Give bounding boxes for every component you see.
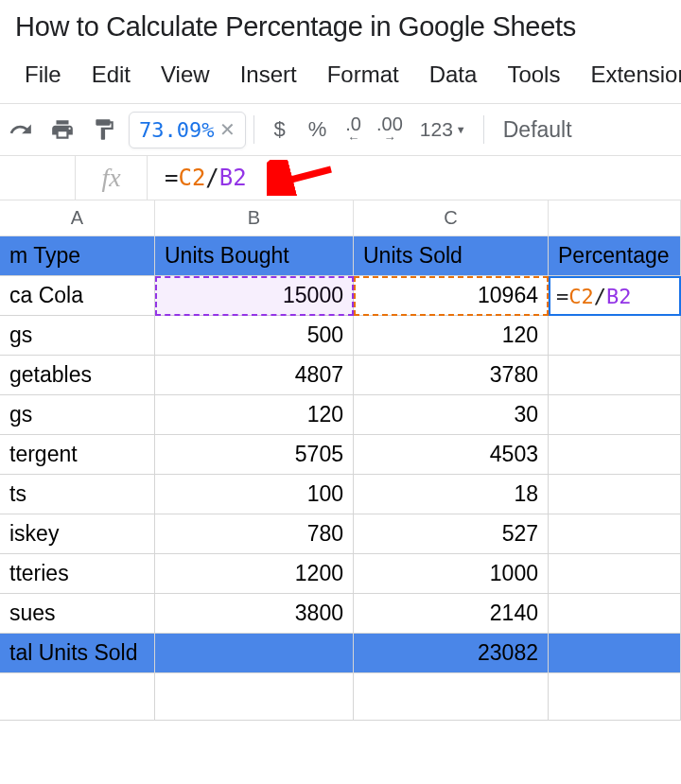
table-row: tergent 5705 4503 xyxy=(0,435,681,475)
cell[interactable]: 5705 xyxy=(155,435,354,474)
annotation-arrow-icon xyxy=(267,160,335,196)
cell[interactable]: iskey xyxy=(0,514,155,553)
toolbar-separator xyxy=(483,115,484,144)
column-header-b[interactable]: B xyxy=(155,200,354,235)
cell-header-units-bought[interactable]: Units Bought xyxy=(155,236,354,275)
table-row: gs 120 30 xyxy=(0,395,681,435)
cell[interactable]: ca Cola xyxy=(0,276,155,315)
menu-view[interactable]: View xyxy=(146,61,225,88)
menu-insert[interactable]: Insert xyxy=(225,61,312,88)
name-box[interactable] xyxy=(0,156,76,200)
cell-header-units-sold[interactable]: Units Sold xyxy=(354,236,549,275)
cell[interactable]: 2140 xyxy=(354,594,549,633)
column-headers: A B C xyxy=(0,200,681,236)
formula-equals: = xyxy=(165,165,178,191)
cell[interactable]: 780 xyxy=(155,514,354,553)
cell[interactable] xyxy=(155,634,354,672)
cell[interactable]: 18 xyxy=(354,475,549,514)
cell[interactable]: 30 xyxy=(354,395,549,434)
column-header-a[interactable]: A xyxy=(0,200,155,235)
cell[interactable] xyxy=(354,673,549,720)
format-currency-button[interactable]: $ xyxy=(262,117,296,142)
toolbar-separator xyxy=(253,115,254,144)
cell[interactable]: 4503 xyxy=(354,435,549,474)
cell[interactable]: 500 xyxy=(155,316,354,355)
table-row: gs 500 120 xyxy=(0,316,681,356)
cell[interactable]: 100 xyxy=(155,475,354,514)
table-row xyxy=(0,673,681,721)
menu-data[interactable]: Data xyxy=(414,61,493,88)
formula-ref-b2: B2 xyxy=(219,165,247,191)
column-header-d[interactable] xyxy=(549,200,681,235)
menu-tools[interactable]: Tools xyxy=(492,61,575,88)
cell[interactable] xyxy=(549,594,681,633)
formula-ref-c2: C2 xyxy=(178,165,205,191)
toolbar: 73.09% ✕ $ % .0← .00→ 123▼ Default xyxy=(0,104,681,155)
cell[interactable] xyxy=(155,673,354,720)
spreadsheet-grid[interactable]: A B C m Type Units Bought Units Sold Per… xyxy=(0,200,681,721)
result-value: 73.09% xyxy=(139,118,214,142)
cell[interactable]: ts xyxy=(0,475,155,514)
table-row: getables 4807 3780 xyxy=(0,356,681,395)
table-header-row: m Type Units Bought Units Sold Percentag… xyxy=(0,236,681,276)
formula-slash: / xyxy=(205,165,218,191)
cell[interactable] xyxy=(549,673,681,720)
cell[interactable] xyxy=(549,276,681,315)
column-header-c[interactable]: C xyxy=(354,200,549,235)
increase-decimal-button[interactable]: .00→ xyxy=(369,116,410,143)
cell[interactable]: tergent xyxy=(0,435,155,474)
font-selector[interactable]: Default xyxy=(492,117,584,143)
cell[interactable] xyxy=(549,554,681,593)
cell[interactable] xyxy=(549,435,681,474)
table-total-row: tal Units Sold 23082 xyxy=(0,634,681,673)
fx-icon: fx xyxy=(76,156,148,200)
document-title[interactable]: How to Calculate Percentage in Google Sh… xyxy=(0,0,681,43)
cell[interactable] xyxy=(549,514,681,553)
redo-icon[interactable] xyxy=(0,111,42,148)
format-percent-button[interactable]: % xyxy=(297,117,339,142)
formula-bar: fx =C2/B2 xyxy=(0,155,681,200)
table-row: ts 100 18 xyxy=(0,475,681,514)
cell[interactable]: tteries xyxy=(0,554,155,593)
menu-file[interactable]: File xyxy=(9,61,77,88)
cell[interactable]: 120 xyxy=(155,395,354,434)
cell[interactable] xyxy=(549,634,681,672)
svg-line-1 xyxy=(280,169,331,183)
cell-header-item-type[interactable]: m Type xyxy=(0,236,155,275)
cell[interactable] xyxy=(549,395,681,434)
cell-total-label[interactable]: tal Units Sold xyxy=(0,634,155,672)
cell[interactable]: sues xyxy=(0,594,155,633)
table-row: sues 3800 2140 xyxy=(0,594,681,634)
menu-extensions[interactable]: Extensions xyxy=(575,61,681,88)
menu-bar: File Edit View Insert Format Data Tools … xyxy=(0,43,681,97)
paint-format-icon[interactable] xyxy=(83,111,125,148)
cell-total-sold[interactable]: 23082 xyxy=(354,634,549,672)
close-icon[interactable]: ✕ xyxy=(219,118,236,141)
cell[interactable]: 4807 xyxy=(155,356,354,394)
more-formats-button[interactable]: 123▼ xyxy=(410,118,476,141)
cell[interactable]: gs xyxy=(0,395,155,434)
table-row: iskey 780 527 xyxy=(0,514,681,554)
cell[interactable]: gs xyxy=(0,316,155,355)
cell[interactable] xyxy=(0,673,155,720)
formula-input[interactable]: =C2/B2 xyxy=(148,165,247,191)
print-icon[interactable] xyxy=(42,111,83,148)
cell[interactable] xyxy=(549,316,681,355)
cell[interactable] xyxy=(549,356,681,394)
cell[interactable]: 15000 xyxy=(155,276,354,315)
cell[interactable]: 1000 xyxy=(354,554,549,593)
cell[interactable]: 527 xyxy=(354,514,549,553)
cell[interactable]: getables xyxy=(0,356,155,394)
cell[interactable]: 10964 xyxy=(354,276,549,315)
table-row: ca Cola 15000 10964 xyxy=(0,276,681,316)
formula-result-preview: 73.09% ✕ xyxy=(129,112,246,148)
menu-edit[interactable]: Edit xyxy=(77,61,146,88)
cell[interactable] xyxy=(549,475,681,514)
cell[interactable]: 3800 xyxy=(155,594,354,633)
decrease-decimal-button[interactable]: .0← xyxy=(338,116,369,143)
cell[interactable]: 3780 xyxy=(354,356,549,394)
cell-header-percentage[interactable]: Percentage xyxy=(549,236,681,275)
cell[interactable]: 1200 xyxy=(155,554,354,593)
menu-format[interactable]: Format xyxy=(312,61,414,88)
cell[interactable]: 120 xyxy=(354,316,549,355)
